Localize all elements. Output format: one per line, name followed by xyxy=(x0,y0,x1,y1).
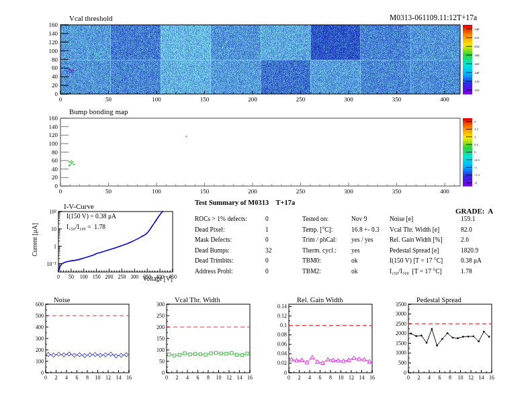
tick-label: 2 xyxy=(298,375,301,381)
tick-label: 0 xyxy=(57,274,60,280)
tick-label: 20 xyxy=(52,82,58,89)
data-marker xyxy=(73,353,77,357)
tick-label: 250 xyxy=(296,188,306,195)
summary-row: Dead Trimbits:0 xyxy=(195,256,297,267)
summary-label: Temp. [°C]: xyxy=(302,225,351,236)
tick-label: 200 xyxy=(36,347,44,353)
summary-label: Dead Trimbits: xyxy=(195,256,265,267)
tick-label: 150 xyxy=(200,96,210,103)
tick-label: 140 xyxy=(49,124,58,130)
summary-row: Tested on:Nov 9 xyxy=(302,214,388,225)
summary-value: 1820.9 xyxy=(461,246,484,257)
tick-label: 300 xyxy=(344,188,353,195)
tick-label: 60 xyxy=(52,157,58,164)
colorbar-tick-label: 0.5 xyxy=(474,143,479,146)
tick-label: 8 xyxy=(86,375,89,381)
colorbar-tick-label: 240 xyxy=(474,28,480,31)
tick-label: 4 xyxy=(65,375,68,381)
colorbar-tick-label: 220 xyxy=(474,36,480,40)
summary-label: Address Probl: xyxy=(195,267,265,277)
summary-row: Noise [e]159.1 xyxy=(390,214,484,225)
colorbar-tick-label: 1 xyxy=(474,136,476,139)
tick-label: 150 xyxy=(93,274,101,280)
summary-label: ROCs > 1% defects: xyxy=(195,214,265,225)
data-marker xyxy=(214,351,217,354)
tick-label: 16 xyxy=(369,375,375,381)
data-marker xyxy=(352,356,356,359)
module-test-report: 0204060801001201401600501001502002503003… xyxy=(0,0,532,411)
plot-frame xyxy=(60,25,460,94)
colorbar-slice xyxy=(463,93,472,94)
tick-label: 200 xyxy=(248,188,257,195)
summary-label: Dead Bumps: xyxy=(195,246,265,257)
tick-label: 0 xyxy=(55,91,58,97)
tick-label: 12 xyxy=(105,375,111,381)
data-marker xyxy=(183,352,186,355)
plot-frame xyxy=(60,118,460,186)
data-marker xyxy=(88,353,92,357)
summary-row: I(150 V) [T = 17 °C]0.38 μA xyxy=(390,256,484,267)
colorbar-tick-label: 140 xyxy=(474,71,480,75)
data-marker xyxy=(230,352,233,355)
tick-label: 20 xyxy=(52,174,58,181)
tick-label: 350 xyxy=(392,188,402,195)
tick-label: 6 xyxy=(319,375,322,381)
tick-label: 0 xyxy=(59,96,62,103)
tick-label: 300 xyxy=(344,96,353,103)
tick-label: 2 xyxy=(176,375,179,381)
summary-value: Nov 9 xyxy=(351,214,388,225)
tick-label: 0.1 xyxy=(280,322,287,328)
tick-label: 250 xyxy=(296,96,306,103)
tick-label: 120 xyxy=(49,132,58,138)
summary-row: TBM2:ok xyxy=(302,267,388,277)
summary-label: Trim / phCal: xyxy=(302,235,351,246)
data-marker xyxy=(240,354,243,357)
data-marker xyxy=(93,353,97,357)
summary-label: Rel. Gain Width [%] xyxy=(390,235,461,246)
tick-label: 100 xyxy=(157,347,165,353)
tick-label: 40 xyxy=(52,73,58,80)
tick-label: 250 xyxy=(157,313,165,319)
tick-label: 100 xyxy=(49,48,58,54)
data-marker xyxy=(483,330,485,332)
summary-label: Therm. cycl.: xyxy=(302,246,351,257)
iv-xaxis-label: Voltage [V] xyxy=(105,275,173,282)
tick-label: 100 xyxy=(49,140,58,147)
tick-label: 8 xyxy=(329,375,332,381)
tick-label: 16 xyxy=(489,375,494,381)
plot-frame xyxy=(46,304,129,373)
tick-label: 160 xyxy=(49,21,58,28)
summary-row: Dead Pixel:1 xyxy=(195,225,297,236)
pedestal-trend-title: Pedestal Spread xyxy=(416,296,461,304)
tick-label: 200 xyxy=(157,324,165,330)
data-marker xyxy=(420,334,423,336)
tick-label: 16 xyxy=(126,375,132,381)
summary-row: ROCs > 1% defects:0 xyxy=(195,214,297,225)
bump-defect-point xyxy=(69,165,70,167)
data-marker xyxy=(447,332,449,334)
tick-label: 0 xyxy=(404,370,406,376)
tick-label: 60 xyxy=(52,64,58,71)
noise-trend-title: Noise xyxy=(54,296,71,304)
summary-title: Test Summary of M0313 T+17a xyxy=(195,199,295,206)
tick-label: 400 xyxy=(440,96,449,103)
data-marker xyxy=(67,352,71,356)
summary-value: 0 xyxy=(265,256,297,267)
data-marker xyxy=(109,352,113,356)
summary-row: Pedestal Spread [e]1820.9 xyxy=(390,246,484,257)
colorbar-tick-label: -1 xyxy=(474,166,478,169)
tick-label: 4 xyxy=(428,375,431,381)
colorbar-tick-label: -0.5 xyxy=(474,158,480,162)
data-marker xyxy=(431,328,433,330)
bump-defect-point xyxy=(71,163,73,165)
tick-label: 400 xyxy=(440,188,449,195)
colorbar-tick-label: 160 xyxy=(474,62,480,66)
summary-value: 1.78 xyxy=(461,267,484,277)
summary-row: Vcal Thr. Width [e]82.0 xyxy=(390,225,484,236)
tick-label: 3000 xyxy=(396,311,406,317)
tick-label: 0.12 xyxy=(277,313,287,319)
tick-label: 100 xyxy=(80,274,88,280)
tick-label: 0.02 xyxy=(277,360,287,366)
summary-value: 1 xyxy=(265,225,297,236)
data-marker xyxy=(310,355,314,359)
